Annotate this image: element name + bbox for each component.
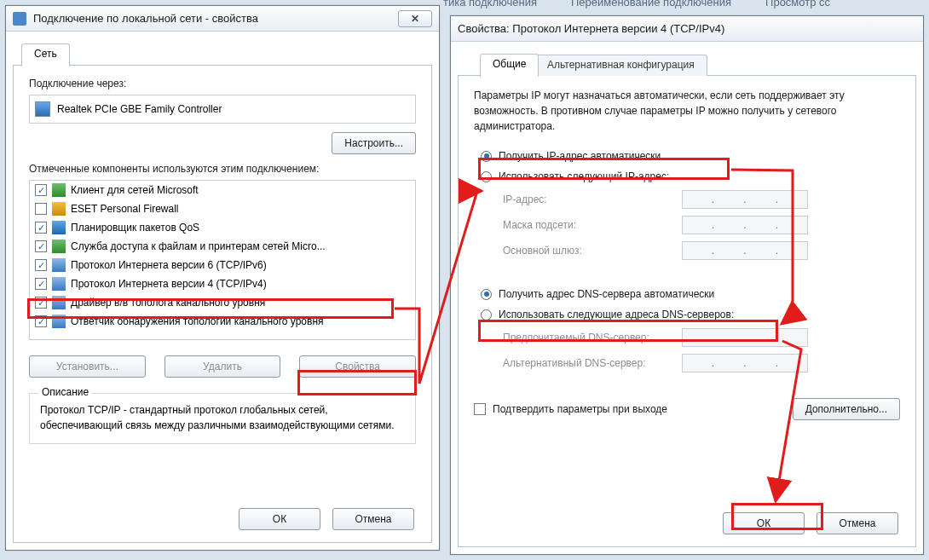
checkbox-icon xyxy=(474,403,486,415)
list-item[interactable]: Планировщик пакетов QoS xyxy=(30,218,415,237)
window-title: Подключение по локальной сети - свойства xyxy=(33,12,391,25)
component-icon xyxy=(52,202,66,216)
list-item[interactable]: Служба доступа к файлам и принтерам сете… xyxy=(30,237,415,256)
component-label: Драйвер в/в тополога канального уровня xyxy=(71,297,265,309)
description-legend: Описание xyxy=(38,386,92,398)
ip-address-input: ... xyxy=(682,190,808,209)
component-label: Клиент для сетей Microsoft xyxy=(71,184,199,196)
component-icon xyxy=(52,240,66,253)
radio-ip-auto[interactable]: Получить IP-адрес автоматически xyxy=(474,146,900,166)
network-icon xyxy=(13,12,26,26)
radio-icon xyxy=(481,289,492,300)
ipv4-properties-dialog: Свойства: Протокол Интернета версии 4 (T… xyxy=(450,15,924,555)
tab-network[interactable]: Сеть xyxy=(21,43,70,66)
dns-alt-label: Альтернативный DNS-сервер: xyxy=(477,357,682,369)
titlebar[interactable]: Свойства: Протокол Интернета версии 4 (T… xyxy=(451,16,923,42)
remove-button[interactable]: Удалить xyxy=(164,355,281,378)
description-text: Протокол TCP/IP - стандартный протокол г… xyxy=(40,402,405,433)
gateway-label: Основной шлюз: xyxy=(477,245,682,257)
cancel-button[interactable]: Отмена xyxy=(332,508,414,530)
titlebar[interactable]: Подключение по локальной сети - свойства… xyxy=(6,6,439,32)
install-button[interactable]: Установить... xyxy=(29,355,146,378)
ip-address-label: IP-адрес: xyxy=(477,193,682,205)
checkbox-icon[interactable] xyxy=(35,222,47,234)
radio-dns-auto[interactable]: Получить адрес DNS-сервера автоматически xyxy=(474,284,900,304)
adapter-icon xyxy=(35,101,50,117)
checkbox-icon[interactable] xyxy=(35,278,47,290)
list-item[interactable]: Клиент для сетей Microsoft xyxy=(30,181,415,199)
validate-checkbox[interactable]: Подтвердить параметры при выходе xyxy=(474,403,667,415)
subnet-mask-label: Маска подсети: xyxy=(477,219,682,231)
radio-icon xyxy=(481,171,492,182)
component-label: Протокол Интернета версии 4 (TCP/IPv4) xyxy=(71,278,267,290)
dns-pref-label: Предпочитаемый DNS-сервер: xyxy=(477,332,682,344)
checkbox-icon[interactable] xyxy=(35,184,47,196)
close-icon[interactable]: ✕ xyxy=(398,10,432,27)
radio-dns-manual[interactable]: Использовать следующие адреса DNS-сервер… xyxy=(474,304,900,325)
toolbar-item[interactable]: Просмотр сс xyxy=(765,0,830,11)
component-icon xyxy=(52,183,66,197)
radio-icon xyxy=(481,309,492,320)
component-icon xyxy=(52,296,66,309)
dns-pref-input: ... xyxy=(682,328,808,347)
radio-icon xyxy=(481,151,492,162)
component-label: ESET Personal Firewall xyxy=(71,203,179,215)
checkbox-icon[interactable] xyxy=(35,259,47,271)
checkbox-icon[interactable] xyxy=(35,315,47,327)
intro-text: Параметры IP могут назначаться автоматич… xyxy=(474,88,900,134)
connect-via-label: Подключение через: xyxy=(29,78,416,89)
list-item[interactable]: Протокол Интернета версии 6 (TCP/IPv6) xyxy=(30,256,415,274)
component-icon xyxy=(52,315,66,328)
component-label: Ответчик обнаружения топологии канальног… xyxy=(71,315,324,327)
tab-alt-config[interactable]: Альтернативная конфигурация xyxy=(534,55,707,76)
list-item-ipv4[interactable]: Протокол Интернета версии 4 (TCP/IPv4) xyxy=(30,274,415,293)
list-item[interactable]: Ответчик обнаружения топологии канальног… xyxy=(30,312,415,331)
radio-ip-manual[interactable]: Использовать следующий IP-адрес: xyxy=(474,166,900,187)
toolbar-item[interactable]: тика подключения xyxy=(443,0,537,11)
tab-general[interactable]: Общие xyxy=(480,54,539,77)
properties-button[interactable]: Свойства xyxy=(299,355,416,378)
list-item[interactable]: Драйвер в/в тополога канального уровня xyxy=(30,293,415,312)
adapter-field[interactable]: Realtek PCIe GBE Family Controller xyxy=(29,95,416,124)
checkbox-icon[interactable] xyxy=(35,203,47,215)
cancel-button[interactable]: Отмена xyxy=(816,512,898,534)
component-label: Планировщик пакетов QoS xyxy=(71,222,199,234)
component-label: Служба доступа к файлам и принтерам сете… xyxy=(71,240,326,252)
component-icon xyxy=(52,258,66,272)
component-label: Протокол Интернета версии 6 (TCP/IPv6) xyxy=(71,259,267,271)
component-icon xyxy=(52,221,66,234)
toolbar-item[interactable]: Переименование подключения xyxy=(571,0,731,11)
subnet-mask-input: ... xyxy=(682,216,808,234)
checkbox-icon[interactable] xyxy=(35,240,47,252)
checkbox-icon[interactable] xyxy=(35,297,47,309)
adapter-name: Realtek PCIe GBE Family Controller xyxy=(57,103,222,115)
components-label: Отмеченные компоненты используются этим … xyxy=(29,163,416,175)
components-list[interactable]: Клиент для сетей MicrosoftESET Personal … xyxy=(29,180,416,340)
dns-alt-input: ... xyxy=(682,354,808,372)
lan-properties-dialog: Подключение по локальной сети - свойства… xyxy=(5,5,440,551)
ok-button[interactable]: ОК xyxy=(239,508,320,530)
gateway-input: ... xyxy=(682,241,808,260)
window-title: Свойства: Протокол Интернета версии 4 (T… xyxy=(458,22,916,35)
list-item[interactable]: ESET Personal Firewall xyxy=(30,199,415,218)
ok-button[interactable]: ОК xyxy=(723,512,805,534)
component-icon xyxy=(52,277,66,291)
advanced-button[interactable]: Дополнительно... xyxy=(793,398,900,420)
configure-button[interactable]: Настроить... xyxy=(332,132,416,154)
